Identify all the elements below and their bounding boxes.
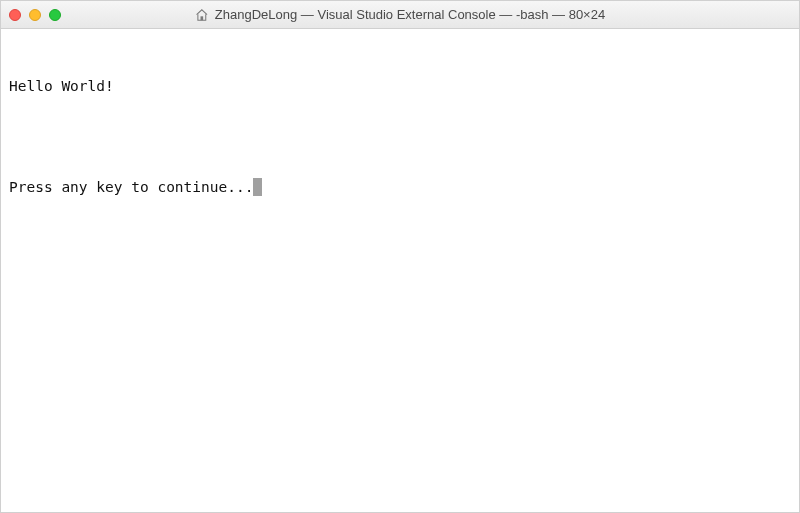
minimize-icon[interactable] (29, 9, 41, 21)
fullscreen-icon[interactable] (49, 9, 61, 21)
prompt-line: Press any key to continue... (9, 177, 791, 197)
terminal-body[interactable]: Hello World! Press any key to continue..… (1, 29, 799, 512)
home-icon (195, 8, 209, 22)
window-title: ZhangDeLong — Visual Studio External Con… (215, 7, 605, 22)
window-title-wrap: ZhangDeLong — Visual Studio External Con… (195, 7, 605, 22)
titlebar: ZhangDeLong — Visual Studio External Con… (1, 1, 799, 29)
traffic-lights (9, 9, 61, 21)
output-line: Hello World! (9, 76, 791, 96)
terminal-window: ZhangDeLong — Visual Studio External Con… (0, 0, 800, 513)
svg-rect-0 (201, 16, 204, 20)
cursor-icon (253, 178, 262, 196)
close-icon[interactable] (9, 9, 21, 21)
prompt-text: Press any key to continue... (9, 177, 253, 197)
